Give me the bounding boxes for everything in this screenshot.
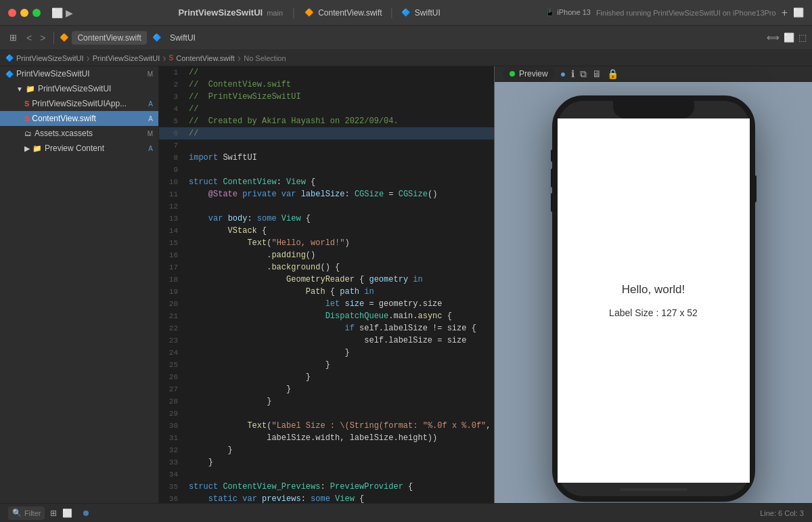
split-view-icon[interactable]: ⬜	[793, 7, 804, 18]
phone-vol-down-btn	[551, 193, 554, 212]
code-line: 31 labelSize.width, labelSize.height))	[159, 432, 494, 444]
code-line: 16 .padding()	[159, 249, 494, 261]
code-line: 20 let size = geometry.size	[159, 298, 494, 310]
filter-input[interactable]: 🔍 Filter	[8, 506, 45, 520]
back-button[interactable]: <	[24, 31, 35, 45]
code-line: 17 .background() {	[159, 261, 494, 274]
sidebar-item-preview-content[interactable]: ▶ 📁 Preview Content A	[0, 141, 158, 156]
inspector-icon[interactable]: ⬚	[798, 32, 807, 43]
code-line: 27 }	[159, 383, 494, 395]
phone-home-indicator	[620, 488, 687, 491]
sidebar-item-group[interactable]: ▼ 📁 PrintViewSizeSwitUI	[0, 81, 158, 96]
phone-screen: Hello, world! Label Size : 127 x 52	[558, 118, 750, 483]
code-line: 32 }	[159, 444, 494, 456]
code-line: 12	[159, 200, 494, 213]
toolbar-file-tab[interactable]: ContentView.swift	[72, 31, 147, 45]
run-button[interactable]: ▶	[66, 7, 73, 18]
code-line: 9	[159, 164, 494, 176]
code-line: 36 static var previews: some View {	[159, 493, 494, 503]
phone-notch	[613, 101, 694, 118]
app-subtitle: main	[267, 9, 283, 17]
code-line: 19 Path { path in	[159, 286, 494, 298]
sidebar-toggle-icon[interactable]: ⬜	[51, 7, 63, 18]
swiftui-tab[interactable]: SwiftUI	[415, 8, 441, 18]
code-line: 3// PrintViewSizeSwitUI	[159, 91, 494, 103]
run-status: Finished running PrintViewSizeSwitUI on …	[596, 9, 776, 17]
bc-group[interactable]: PrintViewSizeSwitUI	[93, 54, 160, 62]
sidebar-item-contentview[interactable]: S ContentView.swift A	[0, 111, 158, 126]
search-icon: 🔍	[12, 508, 22, 517]
code-line: 7	[159, 139, 494, 152]
sidebar-item-project[interactable]: 🔷 PrintViewSizeSwitUI M	[0, 66, 158, 81]
code-line: 11 @State private var labelSize: CGSize …	[159, 188, 494, 200]
code-line: 23 self.labelSize = size	[159, 334, 494, 347]
preview-active-dot	[510, 71, 515, 77]
code-line: 4//	[159, 103, 494, 115]
split-editor-icon[interactable]: ⬜	[784, 32, 794, 43]
code-line: 22 if self.labelSize != size {	[159, 322, 494, 334]
grid-icon[interactable]: ⊞	[5, 30, 21, 45]
code-line: 34	[159, 469, 494, 481]
label-size-text: Label Size : 127 x 52	[609, 307, 698, 318]
bc-file[interactable]: ContentView.swift	[176, 54, 235, 62]
hello-world-text: Hello, world!	[622, 283, 685, 297]
sidebar: 🔷 PrintViewSizeSwitUI M ▼ 📁 PrintViewSiz…	[0, 66, 159, 503]
active-file-tab[interactable]: ContentView.swift	[318, 8, 382, 18]
code-line: 15 Text("Hello, world!")	[159, 237, 494, 249]
phone-power-btn	[754, 175, 757, 202]
sidebar-item-assets[interactable]: 🗂 Assets.xcassets M	[0, 126, 158, 141]
minimize-button[interactable]	[20, 9, 28, 17]
code-line: 6//	[159, 127, 494, 139]
breadcrumb-bar: 🔷 PrintViewSizeSwitUI › PrintViewSizeSwi…	[0, 50, 812, 66]
code-line: 30 Text("Label Size : \(String(format: "…	[159, 420, 494, 432]
preview-panel: Preview ● ℹ ⧉ 🖥 🔒 Hello, world! Label Si…	[494, 66, 812, 503]
phone-vol-up-btn	[551, 169, 554, 188]
toolbar: ⊞ < > 🔶 ContentView.swift 🔷 SwiftUI ⟺ ⬜ …	[0, 26, 812, 50]
main-area: 🔷 PrintViewSizeSwitUI M ▼ 📁 PrintViewSiz…	[0, 66, 812, 503]
preview-badge: Preview	[503, 66, 555, 81]
app-title: PrintViewSizeSwitUI	[178, 7, 263, 18]
preview-toolbar: Preview ● ℹ ⧉ 🖥 🔒	[495, 66, 812, 82]
status-left-icon-1[interactable]: ⊞	[50, 508, 57, 518]
add-tab-button[interactable]: +	[782, 7, 788, 19]
editor-layout-icon[interactable]: ⟺	[767, 32, 780, 43]
toolbar-swiftui-tab[interactable]: SwiftUI	[164, 31, 201, 45]
preview-duplicate-icon[interactable]: ⧉	[580, 68, 587, 80]
status-bar: 🔍 Filter ⊞ ⬜ Line: 6 Col: 3	[0, 503, 812, 522]
line-col-label: Line: 6 Col: 3	[760, 509, 804, 517]
code-line: 18 GeometryReader { geometry in	[159, 274, 494, 286]
code-editor[interactable]: 1// 2// ContentView.swift 3// PrintViewS…	[159, 66, 494, 503]
code-line: 10struct ContentView: View {	[159, 176, 494, 188]
code-line: 5// Created by Akira Hayashi on 2022/09/…	[159, 115, 494, 127]
code-line: 33 }	[159, 456, 494, 469]
traffic-lights	[8, 9, 41, 17]
code-line: 13 var body: some View {	[159, 213, 494, 225]
bc-project[interactable]: PrintViewSizeSwitUI	[16, 54, 83, 62]
preview-label: Preview	[519, 69, 548, 79]
code-line: 35struct ContentView_Previews: PreviewPr…	[159, 481, 494, 493]
preview-info-icon[interactable]: ℹ	[571, 68, 574, 79]
forward-button[interactable]: >	[37, 31, 48, 45]
preview-settings-icon[interactable]: 🔒	[607, 68, 618, 79]
code-line: 26 }	[159, 371, 494, 383]
close-button[interactable]	[8, 9, 16, 17]
code-line: 25 }	[159, 359, 494, 371]
bc-selection: No Selection	[244, 54, 286, 62]
status-blue-dot	[83, 510, 89, 516]
phone-mute-btn	[551, 150, 554, 162]
device-selector[interactable]: 📱 iPhone 13	[545, 8, 591, 17]
sidebar-item-appfile[interactable]: S PrintViewSizeSwitUIApp... A	[0, 96, 158, 111]
code-line: 21 DispatchQueue.main.async {	[159, 310, 494, 322]
code-line: 1//	[159, 66, 494, 79]
preview-device-icon[interactable]: 🖥	[592, 68, 602, 79]
code-line: 29	[159, 408, 494, 420]
code-line: 24 }	[159, 347, 494, 359]
preview-circle-btn[interactable]: ●	[560, 68, 566, 79]
preview-content: Hello, world! Label Size : 127 x 52	[539, 82, 769, 503]
code-line: 14 VStack {	[159, 225, 494, 237]
phone-mockup: Hello, world! Label Size : 127 x 52	[552, 95, 755, 502]
code-line: 2// ContentView.swift	[159, 79, 494, 91]
status-left-icon-2[interactable]: ⬜	[62, 508, 72, 518]
maximize-button[interactable]	[32, 9, 41, 17]
code-line: 8import SwiftUI	[159, 152, 494, 164]
